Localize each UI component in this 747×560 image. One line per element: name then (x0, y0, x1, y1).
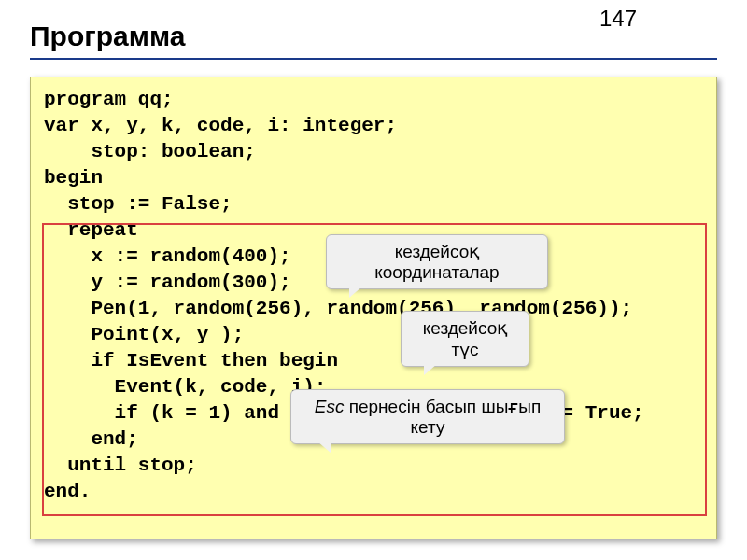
slide-title: Программа (30, 21, 185, 52)
code-line: stop: boolean; (44, 141, 256, 162)
code-panel: program qq; var x, y, k, code, i: intege… (30, 77, 717, 539)
code-line: stop := False; (44, 193, 233, 215)
callout-random-coords: кездейсоқ координаталар (326, 234, 548, 289)
callout-random-color: кездейсоқ түс (401, 311, 529, 367)
title-underline (30, 58, 717, 60)
callout-esc-key: Esc (315, 397, 345, 416)
callout-esc-exit: Esc пернесін басып шығып кету (290, 389, 565, 444)
callout-text: кездейсоқ түс (423, 318, 508, 359)
code-line: begin (44, 167, 103, 189)
code-line: program qq; (44, 89, 174, 110)
page-number: 147 (599, 6, 637, 32)
callout-text: кездейсоқ координаталар (374, 242, 499, 282)
code-line: var x, y, k, code, i: integer; (44, 115, 397, 136)
callout-text: пернесін басып шығып кету (344, 397, 541, 437)
